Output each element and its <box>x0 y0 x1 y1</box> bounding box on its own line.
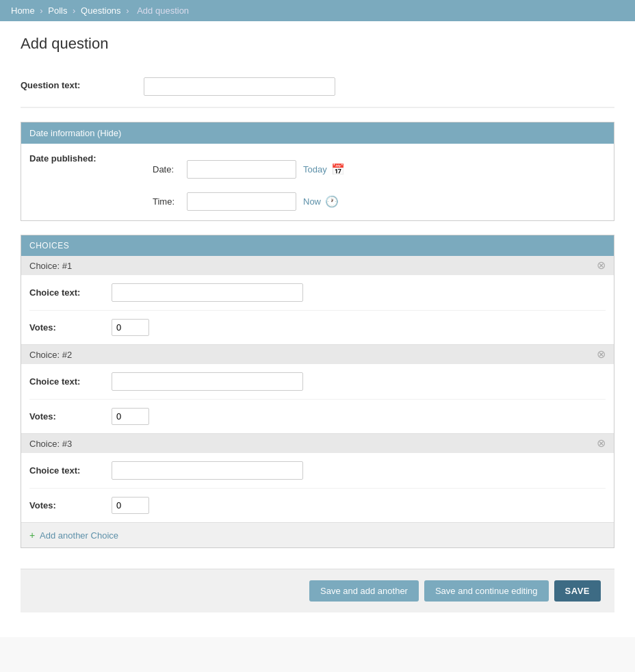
choice-2-votes-input[interactable] <box>112 408 149 425</box>
date-input[interactable] <box>187 160 296 179</box>
choice-3-votes-input[interactable] <box>112 497 149 514</box>
date-section-header[interactable]: Date information (Hide) <box>21 122 614 144</box>
breadcrumb-home[interactable]: Home <box>11 5 35 16</box>
choice-3-label: Choice: #3 <box>29 439 72 449</box>
choice-1-remove[interactable]: ⊗ <box>597 260 606 271</box>
breadcrumb-questions[interactable]: Questions <box>81 5 121 16</box>
choice-1-votes-label: Votes: <box>29 322 112 333</box>
breadcrumb-polls[interactable]: Polls <box>48 5 67 16</box>
choice-1-votes-input[interactable] <box>112 319 149 336</box>
choice-2-body: Choice text: Votes: <box>21 364 614 433</box>
choice-2-votes-row: Votes: <box>29 400 606 433</box>
main-content: Add question Question text: Date informa… <box>0 21 635 637</box>
choice-item-3: Choice: #3 ⊗ Choice text: Votes: <box>21 434 614 523</box>
choice-1-label: Choice: #1 <box>29 261 72 271</box>
choice-2-text-label: Choice text: <box>29 376 112 387</box>
date-section-body: Date published: Date: Today 📅 Time: Now … <box>21 144 614 220</box>
calendar-icon[interactable]: 📅 <box>331 163 345 176</box>
add-another-row: + Add another Choice <box>21 523 614 547</box>
date-section: Date information (Hide) Date published: … <box>21 122 614 221</box>
choice-3-header: Choice: #3 ⊗ <box>21 434 614 453</box>
date-section-title: Date information (Hide) <box>29 128 121 138</box>
choices-header: CHOICES <box>21 235 614 256</box>
choice-1-text-label: Choice text: <box>29 287 112 298</box>
choice-3-remove[interactable]: ⊗ <box>597 438 606 449</box>
today-link[interactable]: Today <box>303 164 327 175</box>
choice-3-body: Choice text: Votes: <box>21 453 614 522</box>
date-time-fields: Date: Today 📅 Time: Now 🕐 <box>153 153 606 218</box>
time-row: Time: Now 🕐 <box>153 185 606 218</box>
breadcrumb-current: Add question <box>137 5 189 16</box>
separator <box>21 107 614 108</box>
choice-item-2: Choice: #2 ⊗ Choice text: Votes: <box>21 345 614 434</box>
time-label: Time: <box>153 196 187 207</box>
save-button[interactable]: SAVE <box>554 580 601 602</box>
date-published-row: Date published: Date: Today 📅 Time: Now … <box>29 144 606 220</box>
choice-3-text-row: Choice text: <box>29 453 606 489</box>
date-label: Date: <box>153 164 187 175</box>
choice-1-votes-row: Votes: <box>29 311 606 344</box>
choice-item-1: Choice: #1 ⊗ Choice text: Votes: <box>21 256 614 345</box>
choice-3-votes-label: Votes: <box>29 500 112 511</box>
choice-1-header: Choice: #1 ⊗ <box>21 256 614 275</box>
choice-3-votes-row: Votes: <box>29 489 606 522</box>
choice-2-header: Choice: #2 ⊗ <box>21 345 614 364</box>
question-text-row: Question text: <box>21 66 614 107</box>
choice-1-body: Choice text: Votes: <box>21 275 614 344</box>
choice-2-text-input[interactable] <box>112 372 303 391</box>
choice-3-text-label: Choice text: <box>29 465 112 476</box>
choice-1-text-row: Choice text: <box>29 275 606 311</box>
add-another-label: Add another Choice <box>40 530 118 541</box>
now-link[interactable]: Now <box>303 196 321 207</box>
add-another-choice-link[interactable]: + Add another Choice <box>29 530 118 541</box>
add-icon: + <box>29 530 35 541</box>
breadcrumb: Home › Polls › Questions › Add question <box>0 0 635 21</box>
save-add-button[interactable]: Save and add another <box>309 580 419 602</box>
footer-buttons: Save and add another Save and continue e… <box>21 569 614 612</box>
choice-2-label: Choice: #2 <box>29 350 72 360</box>
date-published-label: Date published: <box>29 153 153 164</box>
clock-icon[interactable]: 🕐 <box>325 195 339 208</box>
time-input[interactable] <box>187 192 296 211</box>
choice-2-text-row: Choice text: <box>29 364 606 400</box>
choice-2-votes-label: Votes: <box>29 411 112 422</box>
page-title: Add question <box>21 35 614 53</box>
choice-1-text-input[interactable] <box>112 283 303 302</box>
choice-3-text-input[interactable] <box>112 461 303 480</box>
question-text-input[interactable] <box>144 77 335 96</box>
question-text-field <box>144 77 614 96</box>
date-section-toggle[interactable]: Hide <box>100 128 118 138</box>
save-continue-button[interactable]: Save and continue editing <box>424 580 549 602</box>
question-text-label: Question text: <box>21 77 144 90</box>
choice-2-remove[interactable]: ⊗ <box>597 349 606 360</box>
choices-section: CHOICES Choice: #1 ⊗ Choice text: Votes: <box>21 235 614 548</box>
date-row: Date: Today 📅 <box>153 153 606 185</box>
